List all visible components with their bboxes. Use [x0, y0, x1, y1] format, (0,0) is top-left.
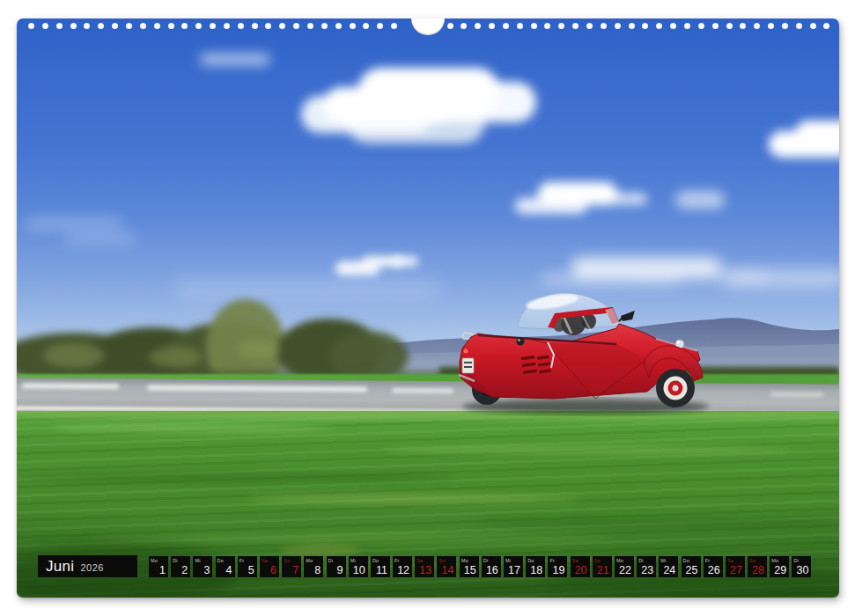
weekday-label: Do [217, 558, 224, 563]
day-number: 21 [597, 564, 609, 576]
binding-hole [796, 23, 802, 29]
day-number: 2 [181, 564, 188, 576]
calendar-day-cell: Mo15 [460, 556, 479, 577]
day-number: 28 [752, 564, 764, 576]
day-number: 25 [686, 564, 698, 576]
calendar-day-cell: Mi24 [659, 556, 678, 577]
binding-hole [586, 23, 593, 29]
cloud [26, 219, 122, 228]
weekday-label: Mo [616, 558, 623, 563]
weekday-label: So [749, 558, 755, 563]
weekday-label: Mo [306, 558, 313, 563]
cloud [769, 131, 839, 158]
day-number: 18 [530, 564, 542, 576]
calendar-day-cell: So21 [593, 556, 612, 577]
day-number: 26 [708, 564, 720, 576]
binding-hole [28, 23, 34, 29]
weekday-label: Fr [549, 558, 555, 563]
calendar-day-cell: Di2 [171, 556, 190, 577]
weekday-label: Mo [771, 558, 778, 563]
red-microcar [439, 282, 721, 432]
cloud [335, 261, 380, 275]
calendar-day-cell: Do4 [216, 556, 235, 577]
weekday-label: Sa [416, 558, 423, 563]
cloud [394, 256, 418, 267]
calendar-day-cell: Sa20 [571, 556, 590, 577]
calendar-day-cell: Fr26 [704, 556, 723, 577]
binding-hole [42, 23, 48, 29]
binding-hole [531, 23, 537, 29]
day-number: 30 [797, 564, 809, 576]
calendar-day-cell: Do18 [526, 556, 545, 577]
binding-hole [154, 23, 160, 29]
day-number: 4 [226, 564, 232, 576]
weekday-label: Mi [505, 558, 511, 563]
weekday-label: Fr [705, 558, 711, 563]
cloud [538, 182, 617, 205]
cloud [723, 270, 839, 286]
binding-hole [350, 23, 356, 29]
day-number: 24 [663, 564, 675, 576]
day-number: 20 [575, 564, 587, 576]
calendar-day-cell: Fr12 [393, 556, 412, 577]
cloud [200, 54, 270, 65]
calendar-day-cell: Mo29 [770, 556, 789, 577]
weekday-label: Di [638, 558, 644, 563]
calendar-day-cell: Mi17 [504, 556, 523, 577]
calendar-day-cell: So28 [748, 556, 767, 577]
day-number: 13 [419, 564, 431, 576]
calendar-day-cell: Mo22 [615, 556, 634, 577]
month-title: Juni 2026 [38, 555, 137, 577]
weekday-label: Fr [240, 558, 245, 563]
binding-hole [810, 23, 816, 29]
binding-hole [447, 23, 453, 29]
year-label: 2026 [80, 560, 103, 573]
binding-hole [307, 23, 313, 29]
binding-hole [517, 23, 523, 29]
calendar-day-cell: Di16 [482, 556, 501, 577]
day-number: 22 [619, 564, 631, 576]
calendar-day-cell: Do25 [682, 556, 701, 577]
binding-hole [615, 23, 621, 29]
day-number: 7 [292, 564, 299, 576]
day-number: 14 [442, 564, 454, 576]
calendar-day-cell: Di9 [327, 556, 346, 577]
calendar-day-cell: Sa13 [415, 556, 434, 577]
calendar-day-cell: Mo8 [304, 556, 323, 577]
binding-hole [698, 23, 704, 29]
weekday-label: Di [173, 558, 178, 563]
calendar-day-cell: Mi10 [349, 556, 368, 577]
weekday-label: Mi [660, 558, 666, 563]
binding-hole [56, 23, 63, 29]
day-number: 6 [270, 564, 276, 576]
cloud [571, 258, 721, 277]
day-number: 1 [159, 564, 166, 576]
day-number: 19 [552, 564, 564, 576]
road-marking [147, 385, 367, 392]
day-number: 8 [314, 564, 321, 576]
binding-hole [684, 23, 690, 29]
weekday-label: Di [328, 558, 334, 563]
binding-hole [782, 23, 788, 29]
calendar-day-cell: Fr19 [548, 556, 567, 577]
day-number: 12 [397, 564, 409, 576]
calendar-day-cell: Sa27 [726, 556, 745, 577]
calendar-day-cell: Do11 [371, 556, 390, 577]
weekday-label: Mo [461, 558, 468, 563]
binding-hole [168, 23, 174, 29]
binding-hole [335, 23, 342, 29]
binding-hole [252, 23, 258, 29]
day-number: 27 [730, 564, 742, 576]
day-number: 9 [337, 564, 343, 576]
day-number: 3 [203, 564, 210, 576]
cloud [323, 87, 455, 124]
calendar-day-cell: Di30 [792, 556, 811, 577]
binding-hole [210, 23, 216, 29]
calendar-day-row: Mo1Di2Mi3Do4Fr5Sa6So7Mo8Di9Mi10Do11Fr12S… [149, 556, 811, 577]
binding-hole [140, 23, 146, 29]
road-marking [770, 392, 823, 397]
road-marking [22, 383, 119, 389]
cloud [175, 282, 439, 295]
weekday-label: Do [372, 558, 379, 563]
day-number: 11 [376, 564, 387, 576]
